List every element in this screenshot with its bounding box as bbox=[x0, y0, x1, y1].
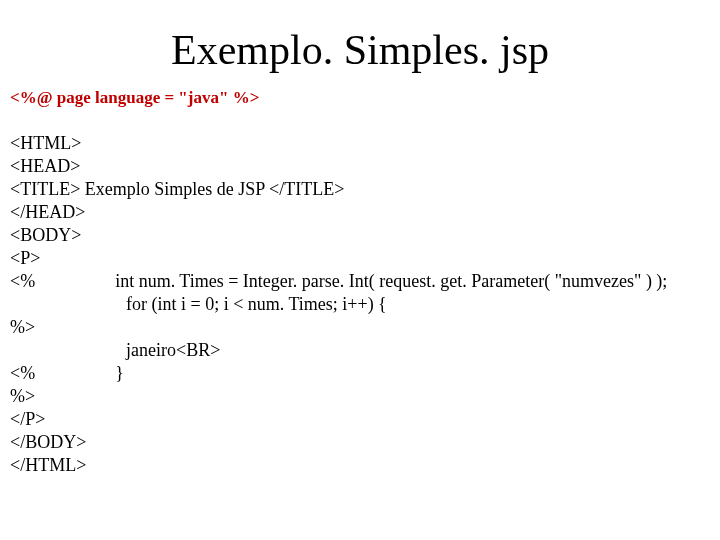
code-line: <TITLE> Exemplo Simples de JSP </TITLE> bbox=[10, 179, 344, 199]
code-block: <HTML> <HEAD> <TITLE> Exemplo Simples de… bbox=[10, 132, 710, 477]
slide: Exemplo. Simples. jsp <%@ page language … bbox=[0, 0, 720, 540]
code-line: for (int i = 0; i < num. Times; i++) { bbox=[126, 294, 387, 314]
code-line: </P> bbox=[10, 409, 45, 429]
code-line: </HTML> bbox=[10, 455, 86, 475]
code-line: <BODY> bbox=[10, 225, 81, 245]
code-line: </BODY> bbox=[10, 432, 86, 452]
code-line: </HEAD> bbox=[10, 202, 85, 222]
code-line: int num. Times = Integer. parse. Int( re… bbox=[115, 271, 667, 291]
code-line: <% bbox=[10, 271, 35, 291]
code-line: %> bbox=[10, 386, 35, 406]
jsp-directive: <%@ page language = "java" %> bbox=[10, 88, 710, 108]
code-line: <HEAD> bbox=[10, 156, 80, 176]
code-line: } bbox=[115, 363, 124, 383]
code-line: <P> bbox=[10, 248, 40, 268]
code-line: <% bbox=[10, 363, 35, 383]
page-title: Exemplo. Simples. jsp bbox=[10, 26, 710, 74]
code-line: <HTML> bbox=[10, 133, 81, 153]
code-line: janeiro<BR> bbox=[126, 340, 220, 360]
code-line: %> bbox=[10, 317, 35, 337]
